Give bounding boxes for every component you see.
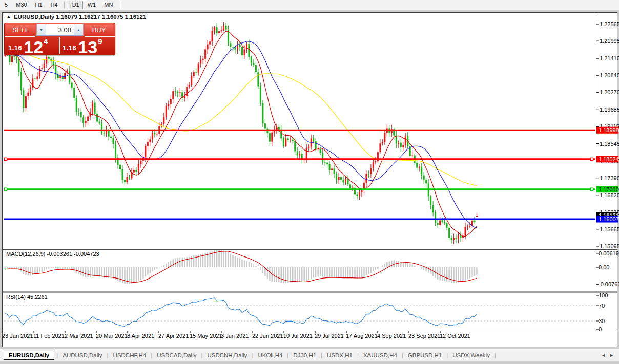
date-axis-label: 22 Jun 2021 [252,333,283,339]
one-click-trading-panel: SELL BUY ▼ ▲ 1.16 12 4 1.16 13 9 [4,23,115,55]
buy-button[interactable]: BUY [85,25,113,35]
tabs-scroll-left-icon[interactable]: ◄ [601,353,606,358]
date-axis-label: 29 Jul 2021 [315,333,344,339]
macd-axis-label: 0.00 [599,264,609,270]
sell-price-big: 12 [24,40,43,54]
date-axis-label: 23 Jan 2021 [2,333,33,339]
price-axis-label: 1.20270 [600,89,619,95]
panel-divider [59,37,60,54]
date-axis-label: 11 Feb 2021 [33,333,65,339]
chart-window-border [3,13,617,347]
hline-price-label-text: 1.18024 [599,156,619,162]
volume-input[interactable] [46,24,74,35]
date-axis-label: 12 Oct 2021 [440,333,470,339]
buy-price-prefix: 1.16 [63,44,76,52]
date-axis-label: 4 Sep 2021 [377,333,406,339]
buy-price-big: 13 [78,40,97,54]
toolbar-separator [64,1,66,9]
macd-axis-label: -0.007621 [599,281,619,287]
volume-decrease-button[interactable]: ▼ [37,24,46,35]
timeframe-button-d1[interactable]: D1 [69,1,83,9]
timeframe-button-h1[interactable]: H1 [32,1,46,9]
price-axis-label: 1.20840 [600,72,619,78]
price-axis-label: 1.18545 [600,141,619,147]
timeframe-button-mn[interactable]: MN [100,1,116,9]
rsi-axis-label: 30 [599,318,605,324]
price-axis-label: 1.21410 [600,55,619,61]
price-axis-label: 1.21995 [600,38,619,44]
date-axis-label: 23 Sep 2021 [408,333,440,339]
chart-tab-usdx[interactable]: USDX,Weekly [448,351,494,360]
price-axis-label: 1.15665 [600,226,619,232]
chart-tab-dj30[interactable]: DJ30,H1 [288,351,321,360]
sell-quote[interactable]: 1.16 12 4 [8,38,48,54]
chart-tab-usdcnh[interactable]: USDCNH,Daily [202,351,252,360]
rsi-indicator-label: RSI(14) 45.2261 [6,294,48,300]
date-axis-label: 2 Mar 2021 [65,333,93,339]
tabs-scroll-right-icon[interactable]: ► [609,353,614,358]
date-axis-label: 15 May 2021 [190,333,222,339]
chart-tabs-bar: EURUSD,Daily|AUDUSD,Daily|USDCHF,H4|USDC… [0,349,619,361]
macd-axis-label: 0.006193 [599,250,619,256]
rsi-axis-label: 70 [599,303,605,309]
chart-tab-audusd[interactable]: AUDUSD,Daily [58,351,107,360]
timeframe-button-5[interactable]: 5 [1,1,11,9]
chart-tab-xauusd[interactable]: XAUUSD,H4 [359,351,402,360]
volume-increase-button[interactable]: ▲ [74,24,83,35]
sell-button[interactable]: SELL [6,25,35,35]
sell-price-prefix: 1.16 [8,44,22,52]
price-axis-label: 1.17390 [600,175,619,181]
tab-separator: | [494,352,496,358]
date-axis-label: 27 Apr 2021 [158,333,189,339]
macd-indicator-label: MACD(12,26,9) -0.003261 -0.004723 [6,251,99,257]
chart-tab-eurusd[interactable]: EURUSD,Daily [4,351,54,360]
rsi-axis-label: 100 [599,292,608,298]
date-axis-label: 3 Jun 2021 [221,333,249,339]
rsi-axis-label: 0 [599,326,602,332]
date-axis-label: 17 Aug 2021 [346,333,378,339]
price-axis-label: 1.16820 [600,192,619,198]
hline-handle[interactable] [591,188,593,190]
hline-handle[interactable] [5,158,7,160]
tab-scroll-buttons: ◄► [601,353,619,358]
hline-price-label-text: 1.17010 [599,186,619,192]
date-axis-label: 8 Apr 2021 [127,333,154,339]
timeframe-toolbar: 5M30H1H4D1W1MN [0,0,619,10]
buy-price-pip: 9 [98,37,102,46]
chart-tab-usdx[interactable]: USDX,H1 [322,351,357,360]
price-axis-label: 1.19685 [600,106,619,113]
chart-tab-usdchf[interactable]: USDCHF,H4 [109,351,151,360]
chart-title: ▲ EURUSD,Daily 1.16079 1.16217 1.16075 1… [7,14,146,20]
timeframe-button-h4[interactable]: H4 [47,1,61,9]
mt4-application: 5M30H1H4D1W1MN 1.225651.219951.214101.20… [0,0,619,364]
chart-tab-gbpusd[interactable]: GBPUSD,H1 [403,351,446,360]
buy-quote[interactable]: 1.16 13 9 [63,38,102,54]
hline-price-label-text: 1.16007 [599,216,619,222]
hline-handle[interactable] [591,158,593,160]
timeframe-button-w1[interactable]: W1 [84,1,100,9]
chart-tab-usdcad[interactable]: USDCAD,Daily [152,351,201,360]
price-axis-label: 1.15095 [600,243,619,249]
date-axis-label: 20 Mar 2021 [96,333,128,339]
panel-divider [5,36,35,37]
chart-title-text: EURUSD,Daily 1.16079 1.16217 1.16075 1.1… [14,14,146,20]
sell-price-pip: 4 [44,37,48,46]
hline-price-label-text: 1.18998 [599,127,619,133]
timeframe-button-m30[interactable]: M30 [12,1,30,9]
volume-spinner: ▼ ▲ [36,24,84,36]
up-triangle-icon: ▲ [7,15,11,19]
date-axis-label: 10 Jul 2021 [283,333,313,339]
toolbar-separator [119,1,121,9]
hline-handle[interactable] [5,188,7,190]
price-axis-label: 1.22565 [600,21,619,27]
chart-tab-ukoil[interactable]: UKOil,H4 [253,351,287,360]
